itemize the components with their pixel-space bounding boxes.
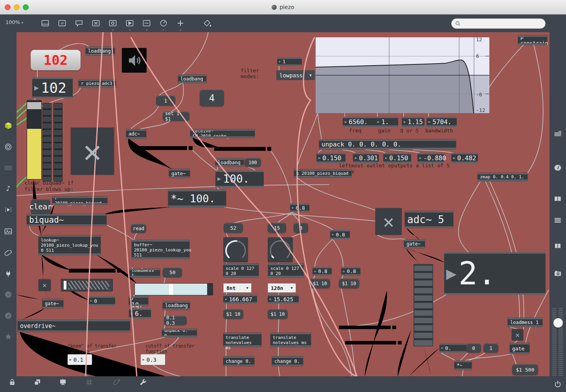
message-52[interactable]: 52	[224, 223, 243, 233]
number-0p8-a[interactable]: ▶0.8	[290, 203, 309, 212]
packages-icon[interactable]	[2, 120, 14, 132]
umenu-128n[interactable]: 128n▼	[268, 283, 296, 293]
search-box[interactable]	[451, 18, 546, 29]
message-set-1-s1[interactable]: set 1 $1	[163, 112, 189, 121]
object-loadbang-2[interactable]: loadbang	[178, 75, 206, 83]
object-biquad[interactable]: biquad~	[27, 214, 107, 226]
comment-button[interactable]	[73, 17, 85, 29]
clip-play-icon[interactable]	[2, 204, 14, 216]
object-p-constrain[interactable]: p constrain	[518, 35, 547, 45]
ezdac-speaker[interactable]	[122, 48, 147, 73]
object-div10[interactable]: / 10.	[129, 296, 148, 306]
panel-button[interactable]	[39, 17, 51, 29]
object-r-biquad[interactable]: r 20100_piezo_biquad	[52, 196, 107, 205]
message-01-03[interactable]: 0.1 0.3	[164, 316, 187, 325]
range-slider[interactable]	[61, 279, 113, 291]
number-15625[interactable]: ▶15.625	[268, 295, 299, 304]
message-1b[interactable]: 1	[483, 343, 498, 353]
object-change-2[interactable]: change 0.	[272, 356, 303, 366]
reference-book-icon[interactable]	[552, 240, 564, 252]
message-s110-1[interactable]: $1 10	[223, 309, 243, 319]
message-50[interactable]: 50	[163, 267, 182, 277]
message-100[interactable]: 100	[244, 158, 261, 167]
slider-blue[interactable]	[134, 283, 213, 295]
master-gain-fader[interactable]	[551, 307, 565, 376]
attach-plus-icon[interactable]	[111, 376, 123, 388]
rings-icon[interactable]	[2, 141, 14, 153]
message-0[interactable]: 0	[466, 343, 481, 353]
bring-front-icon[interactable]	[31, 376, 43, 388]
multislider-1[interactable]	[42, 103, 51, 181]
toggle-big-1[interactable]: ✕	[71, 128, 114, 175]
toggle-big-2[interactable]: ✕	[375, 208, 402, 235]
toggle-small-1[interactable]: ✕	[39, 279, 51, 291]
object-loadmess-1[interactable]: loadmess 1	[129, 269, 160, 277]
object-buffer[interactable]: buffer~ 20100_piezo_lookup_you 511	[132, 240, 189, 259]
number-2[interactable]: ▶2.	[444, 252, 546, 295]
snapshot-camera-icon[interactable]	[552, 267, 564, 279]
number-box-button[interactable]: ▾	[107, 17, 119, 29]
console-list-icon[interactable]	[552, 214, 564, 226]
object-loadbang-1[interactable]: loadbang	[86, 47, 115, 55]
tools-wrench-icon[interactable]	[137, 376, 149, 388]
number-knee[interactable]: ▶0.1	[68, 354, 92, 365]
number-cutoff[interactable]: ▶0.3	[141, 354, 165, 365]
number-6[interactable]: ▶6.	[129, 308, 151, 319]
info-icon[interactable]: i	[552, 162, 564, 174]
grid-icon[interactable]	[83, 376, 95, 388]
object-gate-4[interactable]: gate~	[42, 299, 63, 308]
number-0p8-c[interactable]: ▶0.8	[312, 267, 332, 276]
message-s1500[interactable]: $1 500	[512, 364, 538, 375]
object-unpack-5[interactable]: unpack 0. 0. 0. 0. 0.	[319, 139, 456, 149]
object-loadbang-3[interactable]: loadbang	[215, 158, 244, 167]
number-0p8-b[interactable]: ▶0.8	[330, 230, 350, 239]
multislider-tall[interactable]	[413, 264, 433, 346]
number-0p8-d[interactable]: ▶0.8	[341, 267, 360, 276]
object-gate-3[interactable]: gate	[510, 343, 529, 354]
object-zmap[interactable]: zmap 0. 0.4 0. 1.	[478, 173, 527, 181]
object-loadbang-4[interactable]: loadbang	[163, 301, 190, 310]
paperclip-icon[interactable]	[2, 247, 14, 259]
message-1[interactable]: 1	[156, 95, 175, 106]
number-coef-1[interactable]: ▶0.150	[316, 153, 345, 163]
image-icon[interactable]	[2, 225, 14, 237]
toggle-button[interactable]	[90, 17, 102, 29]
number-coef-5[interactable]: ▶0.482	[451, 153, 478, 163]
dial-1[interactable]	[223, 237, 248, 262]
filtergraph[interactable]: 126-6-12	[316, 37, 489, 113]
number-102[interactable]: ▶102	[32, 77, 73, 98]
umenu-8nt[interactable]: 8nt▼	[223, 283, 252, 293]
object-scale-1[interactable]: scale 0 127 0 20	[223, 264, 259, 277]
object-times-small[interactable]: *~	[454, 361, 472, 370]
multislider-2[interactable]	[53, 103, 62, 181]
number-freq[interactable]: ▶6560.	[343, 117, 377, 127]
audio-plug-icon[interactable]	[2, 268, 14, 280]
slider-button[interactable]: ▾	[141, 17, 153, 29]
object-receive[interactable]: receive~ CH_2010_snshn_	[190, 129, 255, 138]
object-r-piezo-adc3[interactable]: r piezo_adc3	[79, 79, 116, 88]
dial-button[interactable]: ▾	[158, 17, 169, 29]
message-102[interactable]: 102	[31, 50, 81, 70]
favorites-star-icon[interactable]	[2, 331, 14, 343]
number-coef-4[interactable]: ▶-0.880	[417, 153, 444, 163]
message-s110-4[interactable]: $1 10	[339, 278, 359, 288]
message-read[interactable]: read	[131, 224, 146, 233]
object-adc[interactable]: adc~	[126, 129, 146, 139]
object-gate-1[interactable]: gate~	[169, 169, 190, 178]
lock-icon[interactable]	[6, 376, 18, 388]
v-badge-icon[interactable]: v	[2, 289, 14, 300]
music-note-icon[interactable]: ♪	[2, 183, 14, 194]
message-s110-2[interactable]: $1 10	[268, 309, 288, 319]
object-adc-5[interactable]: adc~ 5	[405, 211, 453, 228]
number-0dot[interactable]: ▶0.	[439, 343, 466, 353]
object-lookup[interactable]: lookup~ 20100_piezo_lookup_you 0 511	[39, 235, 101, 255]
object-translate-1[interactable]: translate notevalues ms	[223, 333, 261, 347]
power-icon[interactable]	[552, 378, 564, 390]
search-input[interactable]	[463, 20, 542, 27]
split-panels-icon[interactable]	[552, 193, 564, 205]
toggle-small-2[interactable]: ✕	[512, 329, 523, 341]
playbar-button[interactable]: ▾	[124, 17, 136, 29]
console-drawer-icon[interactable]	[2, 162, 14, 174]
zoom-level-select[interactable]: 100%▾	[6, 19, 23, 25]
b-badge-icon[interactable]: b	[2, 310, 14, 322]
